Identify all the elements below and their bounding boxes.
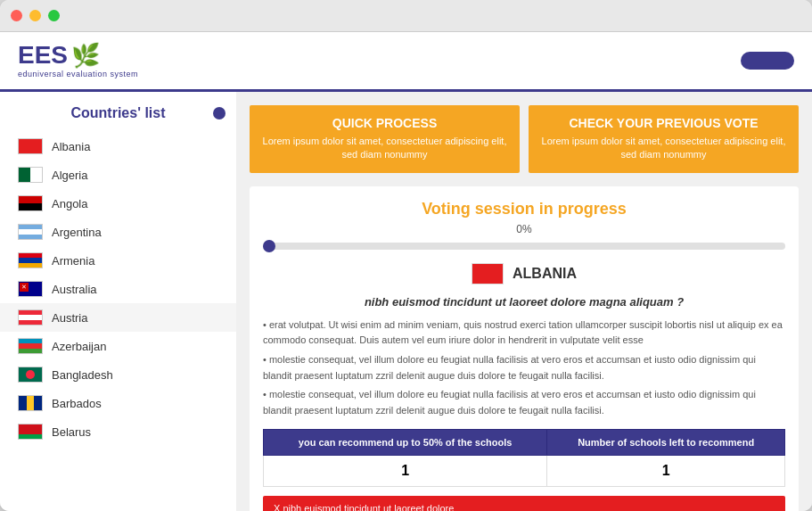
quick-process-desc: Lorem ipsum dolor sit amet, consectetuer… (260, 135, 509, 162)
table-col2-header: Number of schools left to recommend (547, 430, 785, 456)
table-col2-value: 1 (547, 456, 785, 487)
error-text: X nibh euismod tincidunt ut laoreet dolo… (274, 503, 454, 511)
country-name-bangladesh: Bangladesh (52, 368, 113, 382)
leaf-icon: 🌿 (71, 44, 100, 67)
country-item-azerbaijan[interactable]: Azerbaijan (0, 332, 236, 360)
country-item-albania[interactable]: Albania (0, 132, 236, 161)
top-buttons: QUICK PROCESS Lorem ipsum dolor sit amet… (250, 105, 799, 173)
recommendation-table: you can recommend up to 50% of the schoo… (263, 429, 785, 487)
main-area: Countries' list Albania Algeria (0, 92, 812, 511)
table-col1-value: 1 (264, 456, 547, 487)
flag-barbados (18, 395, 43, 411)
question-text: nibh euismod tincidunt ut laoreet dolore… (263, 295, 785, 309)
header-button[interactable] (741, 52, 794, 70)
check-vote-title: CHECK YOUR PREVIOUS VOTE (539, 116, 788, 130)
header: EES 🌿 eduniversal evaluation system (0, 32, 812, 92)
check-vote-desc: Lorem ipsum dolor sit amet, consectetuer… (539, 135, 788, 162)
progress-label: 0% (263, 223, 785, 235)
logo-area: EES 🌿 eduniversal evaluation system (18, 43, 138, 78)
country-name-azerbaijan: Azerbaijan (52, 340, 106, 353)
country-name-barbados: Barbados (52, 397, 102, 410)
progress-bar (263, 243, 785, 250)
logo: EES 🌿 (18, 43, 100, 68)
progress-dot (263, 240, 275, 252)
country-name-angola: Angola (52, 197, 87, 210)
flag-algeria (18, 167, 43, 183)
answer-1: • erat volutpat. Ut wisi enim ad minim v… (263, 317, 785, 349)
sidebar-title: Countries' list (0, 105, 236, 121)
country-flag-large (472, 263, 504, 284)
check-vote-button[interactable]: CHECK YOUR PREVIOUS VOTE Lorem ipsum dol… (529, 105, 799, 173)
country-item-argentina[interactable]: Argentina (0, 218, 236, 246)
title-bar (0, 0, 812, 32)
close-button[interactable] (11, 10, 22, 21)
flag-armenia (18, 252, 43, 268)
country-item-austria[interactable]: Austria (0, 303, 236, 332)
country-item-armenia[interactable]: Armenia (0, 246, 236, 275)
logo-subtitle: eduniversal evaluation system (18, 70, 138, 78)
answer-text: • erat volutpat. Ut wisi enim ad minim v… (263, 317, 785, 419)
sidebar-scroll-btn[interactable] (213, 107, 226, 120)
flag-austria (18, 309, 43, 326)
country-item-belarus[interactable]: Belarus (0, 417, 236, 446)
country-name-armenia: Armenia (52, 254, 94, 268)
minimize-button[interactable] (29, 10, 41, 21)
app-content: EES 🌿 eduniversal evaluation system Coun… (0, 32, 812, 511)
voting-session: Voting session in progress 0% ALBANIA ni… (250, 186, 799, 511)
country-item-barbados[interactable]: Barbados (0, 389, 236, 417)
error-row: X nibh euismod tincidunt ut laoreet dolo… (263, 496, 785, 511)
country-name-australia: Australia (52, 283, 97, 296)
table-col1-header: you can recommend up to 50% of the schoo… (264, 430, 547, 456)
country-name-algeria: Algeria (52, 169, 87, 182)
country-item-angola[interactable]: Angola (0, 189, 236, 218)
flag-albania (18, 138, 43, 154)
flag-belarus (18, 424, 43, 440)
country-item-australia[interactable]: ✕ Australia (0, 275, 236, 303)
country-item-algeria[interactable]: Algeria (0, 161, 236, 189)
country-name-large: ALBANIA (513, 266, 577, 282)
quick-process-button[interactable]: QUICK PROCESS Lorem ipsum dolor sit amet… (250, 105, 520, 173)
quick-process-title: QUICK PROCESS (260, 116, 509, 130)
flag-argentina (18, 224, 43, 240)
country-name-argentina: Argentina (52, 226, 102, 239)
country-name-austria: Austria (52, 311, 87, 325)
answer-3: • molestie consequat, vel illum dolore e… (263, 387, 785, 418)
flag-azerbaijan (18, 338, 43, 354)
answer-2: • molestie consequat, vel illum dolore e… (263, 352, 785, 383)
app-window: EES 🌿 eduniversal evaluation system Coun… (0, 0, 812, 511)
flag-angola (18, 195, 43, 211)
voting-title: Voting session in progress (263, 200, 785, 218)
flag-bangladesh (18, 367, 43, 383)
country-item-bangladesh[interactable]: Bangladesh (0, 360, 236, 389)
content-area: QUICK PROCESS Lorem ipsum dolor sit amet… (236, 92, 812, 511)
country-name-belarus: Belarus (52, 425, 91, 439)
country-header: ALBANIA (263, 263, 785, 284)
flag-australia: ✕ (18, 281, 43, 297)
maximize-button[interactable] (48, 10, 60, 21)
country-name-albania: Albania (52, 140, 90, 153)
sidebar: Countries' list Albania Algeria (0, 92, 236, 511)
logo-text: EES (18, 43, 68, 68)
